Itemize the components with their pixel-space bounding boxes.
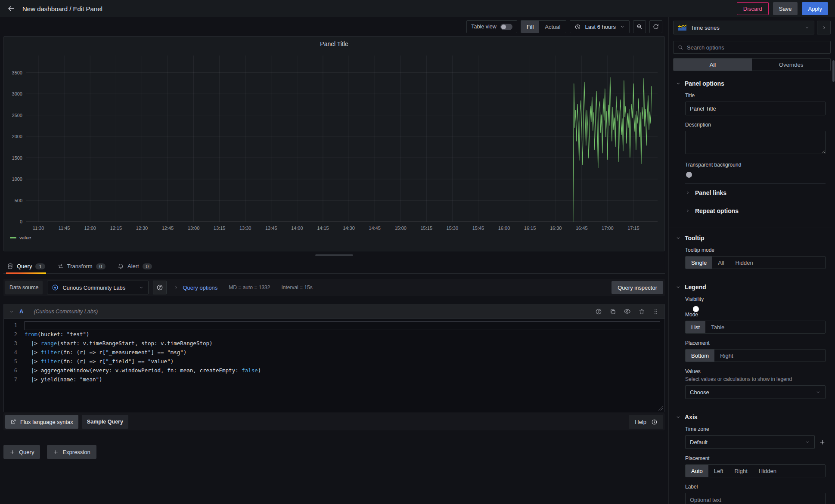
option-list[interactable]: List (686, 321, 705, 333)
help-button[interactable]: Help (629, 415, 663, 429)
svg-text:12:15: 12:15 (110, 226, 122, 231)
options-search-input[interactable] (687, 44, 826, 51)
option-single[interactable]: Single (686, 257, 712, 269)
collapse-options-pane-button[interactable] (817, 21, 831, 34)
duplicate-query-button[interactable] (609, 308, 616, 315)
legend-header[interactable]: Legend (669, 277, 832, 296)
tooltip-header[interactable]: Tooltip (669, 228, 832, 247)
tab-query-count: 1 (35, 263, 45, 269)
datasource-help-button[interactable] (153, 281, 167, 294)
legend-swatch (10, 237, 16, 238)
query-inspector-button[interactable]: Query inspector (612, 281, 663, 294)
field-description: Description (685, 122, 826, 155)
code-line-1[interactable] (25, 321, 660, 330)
chevron-down-icon (676, 235, 681, 241)
time-series-chart[interactable]: 050010001500200025003000350011:3011:4512… (6, 49, 662, 235)
chevron-right-icon (685, 208, 690, 213)
code-line-4[interactable]: |> filter(fn: (r) => r["_measurement"] =… (25, 348, 660, 357)
repeat-options-row[interactable]: Repeat options (685, 202, 826, 220)
section-panel-options: Panel options Title Description Transpar… (669, 74, 832, 228)
sample-query-button[interactable]: Sample Query (82, 415, 128, 429)
query-editor-header[interactable]: A (Curious Community Labs) (4, 304, 664, 319)
tab-alert[interactable]: Alert 0 (117, 259, 153, 273)
panel-title-input[interactable] (685, 102, 826, 115)
option-table[interactable]: Table (705, 321, 730, 333)
axis-placement-label: Placement (685, 455, 826, 461)
chevron-down-icon (816, 390, 821, 395)
info-circle-icon (651, 419, 658, 425)
sidebar-scrollbar[interactable] (832, 60, 835, 82)
discard-button[interactable]: Discard (737, 2, 769, 15)
legend-mode-label: Mode (685, 312, 826, 318)
tab-transform[interactable]: Transform 0 (56, 259, 106, 273)
axis-header[interactable]: Axis (669, 407, 832, 426)
options-search[interactable] (673, 41, 831, 54)
svg-text:11:45: 11:45 (59, 226, 70, 231)
section-axis: Axis Time zone Default (669, 407, 832, 504)
option-fill[interactable]: Fill (521, 21, 540, 33)
drag-query-handle[interactable] (652, 308, 659, 315)
back-arrow-icon[interactable] (7, 4, 16, 13)
hide-query-button[interactable] (624, 308, 631, 315)
chevron-down-icon[interactable] (9, 309, 14, 314)
code-line-7[interactable]: |> yield(name: "mean") (25, 375, 660, 384)
chevron-down-icon (139, 285, 144, 290)
query-help-button[interactable] (595, 308, 602, 315)
description-field-label: Description (685, 122, 826, 128)
table-view-toggle[interactable] (500, 24, 512, 30)
svg-text:13:45: 13:45 (265, 226, 277, 231)
pane-resize-handle[interactable] (3, 251, 665, 259)
field-legend-visibility: Visibility (685, 296, 826, 305)
option-bottom[interactable]: Bottom (686, 349, 714, 362)
field-legend-mode: Mode ListTable (685, 312, 826, 334)
table-view-control: Table view (466, 20, 517, 33)
option-hidden[interactable]: Hidden (753, 465, 782, 477)
zoom-out-button[interactable] (633, 20, 646, 33)
panel-description-textarea[interactable] (685, 131, 826, 154)
apply-button[interactable]: Apply (802, 2, 828, 15)
option-hidden[interactable]: Hidden (730, 257, 759, 269)
save-button[interactable]: Save (773, 2, 798, 15)
code-line-3[interactable]: |> range(start: v.timeRangeStart, stop: … (25, 339, 660, 348)
add-expression-button[interactable]: Expression (47, 445, 96, 459)
svg-text:15:45: 15:45 (472, 226, 484, 231)
svg-text:15:30: 15:30 (447, 226, 459, 231)
option-left[interactable]: Left (708, 465, 729, 477)
axis-label-input[interactable] (685, 493, 826, 504)
panel-options-header[interactable]: Panel options (669, 74, 832, 93)
flux-code-editor[interactable]: 1234567 from(bucket: "test") |> range(st… (4, 319, 664, 412)
option-all[interactable]: All (712, 257, 729, 269)
code-lines[interactable]: from(bucket: "test") |> range(start: v.t… (25, 321, 664, 412)
tooltip-title: Tooltip (685, 235, 705, 241)
svg-text:17:00: 17:00 (602, 226, 614, 231)
legend-values-placeholder: Choose (690, 389, 709, 396)
panel-links-row[interactable]: Panel links (685, 184, 826, 202)
chart-legend[interactable]: value (6, 235, 662, 241)
option-actual[interactable]: Actual (539, 21, 566, 33)
tab-query[interactable]: Query 1 (6, 259, 46, 273)
time-range-picker[interactable]: Last 6 hours (570, 20, 630, 33)
visualization-picker[interactable]: Time series (673, 21, 814, 34)
add-query-button[interactable]: Query (3, 445, 40, 459)
flux-syntax-button[interactable]: Flux language syntax (5, 415, 78, 429)
svg-text:13:15: 13:15 (214, 226, 226, 231)
panel-links-label: Panel links (695, 189, 726, 196)
option-right[interactable]: Right (729, 465, 753, 477)
add-timezone-button[interactable] (819, 439, 826, 445)
datasource-picker[interactable]: Curious Community Labs (47, 281, 149, 294)
option-all[interactable]: All (674, 59, 752, 71)
svg-text:16:15: 16:15 (524, 226, 536, 231)
query-options-toggle[interactable]: Query options (174, 284, 217, 291)
code-line-6[interactable]: |> aggregateWindow(every: v.windowPeriod… (25, 366, 660, 375)
option-auto[interactable]: Auto (686, 465, 708, 477)
refresh-button[interactable] (649, 20, 662, 33)
delete-query-button[interactable] (638, 308, 645, 315)
legend-values-select[interactable]: Choose (685, 385, 826, 399)
code-line-5[interactable]: |> filter(fn: (r) => r["_field"] == "val… (25, 357, 660, 366)
query-options-label: Query options (183, 284, 217, 291)
svg-text:11:30: 11:30 (33, 226, 44, 231)
option-overrides[interactable]: Overrides (752, 59, 830, 71)
timezone-select[interactable]: Default (685, 435, 815, 449)
code-line-2[interactable]: from(bucket: "test") (25, 330, 660, 339)
option-right[interactable]: Right (714, 349, 739, 362)
